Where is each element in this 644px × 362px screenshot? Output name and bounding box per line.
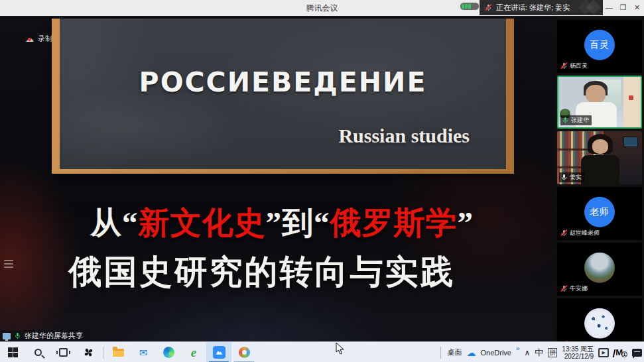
media-tray-icon[interactable]: ▶ [598, 348, 609, 357]
participant-nametag: 张建华 [560, 115, 592, 125]
participant-nametag: 姜实 [559, 172, 584, 182]
mouse-cursor [336, 342, 345, 355]
chalkboard: РОССИЕВЕДЕНИЕ Russian studies [52, 19, 514, 174]
desktop-toolbar-label[interactable]: 桌面 [448, 347, 462, 357]
speaking-toast-text: 正在讲话: 张建华; 姜实 [496, 3, 570, 13]
participant-tile-active-speaker[interactable]: 张建华 [557, 76, 642, 129]
ie-icon: e [191, 346, 196, 359]
folder-icon [113, 349, 124, 357]
participant-name: 赵世峰老师 [570, 229, 600, 237]
maximize-button[interactable]: ❐ [616, 0, 630, 15]
volume-level-indicator [460, 3, 479, 10]
file-explorer-button[interactable] [105, 342, 131, 362]
mic-on-icon [560, 174, 568, 181]
avatar: 百灵 [584, 30, 615, 60]
share-banner-label: 张建华的屏幕共享 [25, 331, 83, 341]
tencent-meeting-window: 腾讯会议 正在讲话: 张建华; 姜实 — ❐ ✕ ☁ 录制中 РОССИЕВЕД… [0, 0, 644, 362]
window-controls: — ❐ ✕ [602, 0, 644, 15]
list-watermark-icon [4, 260, 13, 270]
participant-nametag: 杨百灵 [559, 61, 590, 71]
taskbar-separator [103, 347, 103, 359]
participant-name: 姜实 [570, 173, 582, 182]
edge-browser-button[interactable] [156, 342, 181, 362]
mic-muted-icon [560, 285, 568, 292]
taskbar-clock[interactable]: 13:35 周五 2022/12/9 [562, 345, 594, 360]
participant-tile[interactable]: 百灵 杨百灵 [557, 20, 642, 73]
avatar-photo [584, 308, 615, 339]
onedrive-label[interactable]: OneDrive [481, 349, 511, 357]
windows-logo-icon [8, 347, 18, 357]
clock-time: 13:35 周五 [562, 345, 594, 353]
participant-tile[interactable]: 赵艳秋 [557, 298, 642, 341]
participant-tile[interactable]: 老师 赵世峰老师 [557, 187, 642, 240]
colorful-swirl-app-button[interactable] [231, 342, 257, 362]
task-view-icon [59, 348, 68, 357]
avatar: 老师 [584, 197, 615, 227]
cloud-record-icon: ☁ [25, 34, 34, 43]
speaking-toast: 正在讲话: 张建华; 姜实 [480, 0, 603, 15]
ime-pinyin-indicator[interactable]: 拼 [548, 348, 557, 357]
minimize-button[interactable]: — [602, 0, 616, 15]
participant-name: 杨百灵 [570, 62, 588, 70]
participant-nametag: 赵世峰老师 [559, 228, 602, 238]
participant-nametag: 牛安娜 [559, 284, 590, 294]
participants-sidebar[interactable]: 百灵 杨百灵 张建华 [555, 17, 644, 341]
search-icon [34, 349, 42, 356]
mail-icon: ✉ [139, 347, 148, 357]
windows-taskbar: ✉ e 桌面 ☁ OneDrive » ∧ 中 拼 13 [0, 341, 644, 362]
ime-tray-icon[interactable]: M1 [613, 347, 627, 357]
start-button[interactable] [0, 342, 25, 362]
edge-icon [163, 347, 174, 358]
toolbar-chevron-icon[interactable]: » [516, 345, 520, 352]
onedrive-icon[interactable]: ☁ [467, 348, 476, 357]
mic-muted-icon [560, 229, 568, 237]
ie-browser-button[interactable]: e [181, 342, 206, 362]
pinwheel-app-icon [83, 347, 94, 358]
close-button[interactable]: ✕ [630, 0, 644, 15]
screen-share-banner: 张建华的屏幕共享 [0, 330, 88, 341]
system-tray: 桌面 ☁ OneDrive » ∧ 中 拼 13:35 周五 2022/12/9… [438, 342, 642, 362]
screen-share-area: ☁ 录制中 РОССИЕВЕДЕНИЕ Russian studies 从“新文… [0, 17, 555, 341]
pinwheel-app-button[interactable] [76, 342, 101, 362]
avatar-photo [584, 253, 615, 283]
participant-name: 张建华 [571, 116, 589, 125]
participant-name: 牛安娜 [570, 284, 588, 293]
mic-muted-icon [560, 62, 568, 70]
slide-subtitle-line1: 从“新文化史”到“俄罗斯学” [0, 202, 555, 244]
task-view-button[interactable] [50, 342, 76, 362]
title-bar: 腾讯会议 正在讲话: 张建华; 姜实 — ❐ ✕ [0, 0, 644, 17]
monitor-icon [3, 333, 11, 339]
search-button[interactable] [25, 342, 50, 362]
mic-speaking-icon [562, 117, 569, 124]
colorful-swirl-app-icon [239, 347, 250, 358]
participant-tile[interactable]: 姜实 [557, 131, 642, 184]
mic-on-icon [14, 332, 21, 339]
slide-english-title: Russian studies [338, 125, 470, 147]
tencent-meeting-taskbar-button[interactable] [206, 342, 231, 362]
slide-russian-title: РОССИЕВЕДЕНИЕ [60, 66, 506, 98]
ime-language-indicator[interactable]: 中 [535, 347, 543, 359]
tencent-meeting-icon [213, 346, 225, 359]
clock-date: 2022/12/9 [564, 353, 594, 360]
participant-tile[interactable]: 牛安娜 [557, 243, 642, 296]
hidden-icons-chevron[interactable]: ∧ [525, 348, 531, 357]
mail-button[interactable]: ✉ [131, 342, 156, 362]
mic-muted-icon [485, 4, 492, 11]
action-center-icon[interactable] [632, 349, 642, 357]
slide-subtitle-line2: 俄国史研究的转向与实践 [0, 250, 524, 294]
